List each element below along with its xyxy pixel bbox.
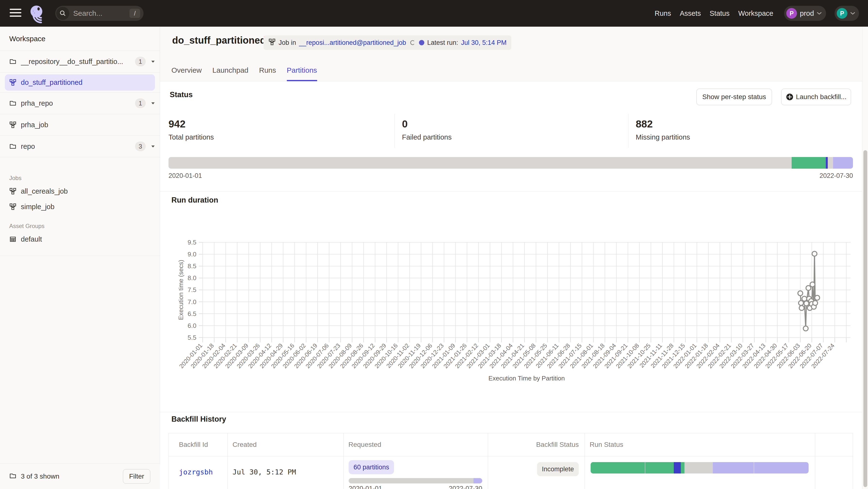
sidebar-title: Workspace [0,27,160,51]
partition-status-bar[interactable] [168,157,853,169]
backfill-id-link[interactable]: jozrgsbh [179,468,213,476]
user-avatar: P [837,8,847,19]
section-divider [160,412,862,412]
sidebar-sections: Jobsall_cereals_jobsimple_jobAsset Group… [0,175,160,256]
bar-segment [792,157,826,169]
nav-item-workspace[interactable]: Workspace [738,9,773,18]
search-box[interactable]: / [55,6,144,21]
stat-label: Total partitions [168,133,214,141]
partition-stats: 942Total partitions0Failed partitions882… [160,114,862,148]
tabs-divider [160,81,862,82]
latest-run-link[interactable]: Jul 30, 5:14 PM [461,39,507,46]
user-menu[interactable]: P [835,6,859,21]
requested-end-date: 2022-07-30 [449,485,482,489]
column-header-backfill-id: Backfill Id [169,433,228,456]
show-per-step-status-button[interactable]: Show per-step status [696,89,772,105]
cell-created: Jul 30, 5:12 PM [228,456,344,489]
bar-segment [674,462,681,474]
requested-date-range: 2020-01-012022-07-30 [349,485,482,489]
sidebar-item-do_stuff_partitioned[interactable]: do_stuff_partitioned [5,74,155,91]
svg-text:7.5: 7.5 [188,286,196,293]
job-origin-link[interactable]: __reposi...artitioned@partitioned_job [299,39,406,46]
asset-group-icon [9,235,17,243]
folder-icon [9,472,17,480]
run-status-bar[interactable] [591,462,809,474]
status-heading: Status [170,90,193,99]
sidebar-item-repo[interactable]: repo3 [0,136,160,157]
cell-requested: 60 partitions2020-01-012022-07-30 [344,456,488,489]
requested-progress-bar [349,478,482,483]
column-header-actions [815,433,853,456]
caret-down-icon [151,102,155,105]
bar-segment [713,462,754,474]
sidebar-item-__repository__do_stuff_partitio...[interactable]: __repository__do_stuff_partitio...1 [0,51,160,72]
folder-icon [9,58,17,65]
run-duration-heading: Run duration [172,196,218,204]
launch-backfill-button[interactable]: Launch backfill... [781,89,851,105]
tab-overview[interactable]: Overview [172,64,202,82]
page-title: do_stuff_partitioned [172,35,266,46]
cell-run-status [585,456,815,489]
stat-value: 942 [168,118,214,130]
sidebar-item-label: do_stuff_partitioned [21,78,83,87]
nav-item-status[interactable]: Status [710,9,730,18]
search-input[interactable] [73,9,120,18]
shown-count-label: 3 of 3 shown [21,472,123,480]
sidebar-item-label: prha_job [21,121,48,129]
sidebar-footer: 3 of 3 shown Filter [0,463,160,489]
workspace-row-wrap: do_stuff_partitioned [0,72,160,93]
sidebar-item-prha_repo[interactable]: prha_repo1 [0,93,160,114]
plus-circle-icon [786,93,794,101]
folder-icon [9,472,17,481]
menu-icon[interactable] [10,9,21,18]
run-duration-chart[interactable]: 9.59.08.58.07.57.06.56.05.52020-01-01202… [160,211,862,414]
tab-runs[interactable]: Runs [259,64,276,82]
filter-button[interactable]: Filter [123,469,150,484]
main-content: do_stuff_partitioned Job in __reposi...a… [160,27,862,489]
sidebar-item-default[interactable]: default [0,231,160,247]
svg-text:Execution Time by Partition: Execution Time by Partition [488,374,565,382]
nav-item-runs[interactable]: Runs [655,9,671,18]
chevron-down-icon [817,12,822,15]
dagster-logo-icon[interactable] [28,4,47,24]
workspace-list: __repository__do_stuff_partitio...1do_st… [0,51,160,157]
bar-segment [681,462,684,474]
sidebar-item-prha_job[interactable]: prha_job [0,114,160,136]
bar-segment [168,157,792,169]
deployment-switcher[interactable]: P prod [784,6,826,21]
svg-text:7.0: 7.0 [188,298,196,305]
stats-divider [628,114,628,148]
job-icon [269,38,276,47]
latest-run-prefix: Latest run: [427,39,458,46]
sidebar-item-label: prha_repo [21,99,53,107]
requested-partitions-chip[interactable]: 60 partitions [349,460,394,474]
sidebar-item-simple_job[interactable]: simple_job [0,199,160,215]
workspace-sidebar: Workspace __repository__do_stuff_partiti… [0,27,160,489]
tab-partitions[interactable]: Partitions [287,64,317,82]
sidebar-item-label: all_cereals_job [21,187,68,195]
scrollbar-thumb[interactable] [863,150,867,487]
folder-icon [9,100,17,107]
job-icon [9,203,17,210]
backfill-history-table: Backfill IdCreatedRequestedBackfill Stat… [168,433,853,489]
job-icon [9,79,17,86]
bar-segment [684,462,713,474]
sidebar-item-label: repo [21,142,35,151]
bar-segment [349,478,473,483]
deployment-name: prod [800,9,814,18]
tab-launchpad[interactable]: Launchpad [212,64,248,82]
svg-text:5.5: 5.5 [188,334,196,341]
svg-text:9.5: 9.5 [188,239,196,246]
vertical-scrollbar[interactable] [862,27,868,489]
run-status-dot [419,40,424,45]
cell-backfill-id: jozrgsbh [169,456,228,489]
bar-segment [828,157,833,169]
backfill-status-badge: Incomplete [537,462,579,476]
sidebar-item-all_cereals_job[interactable]: all_cereals_job [0,184,160,199]
nav-item-assets[interactable]: Assets [680,9,701,18]
section-label-asset-groups: Asset Groups [9,223,160,229]
tab-bar: OverviewLaunchpadRunsPartitions [172,64,317,82]
top-nav: RunsAssetsStatusWorkspace [655,0,773,27]
svg-text:9.0: 9.0 [188,251,196,258]
latest-run-tag: Latest run: Jul 30, 5:14 PM [414,35,512,50]
